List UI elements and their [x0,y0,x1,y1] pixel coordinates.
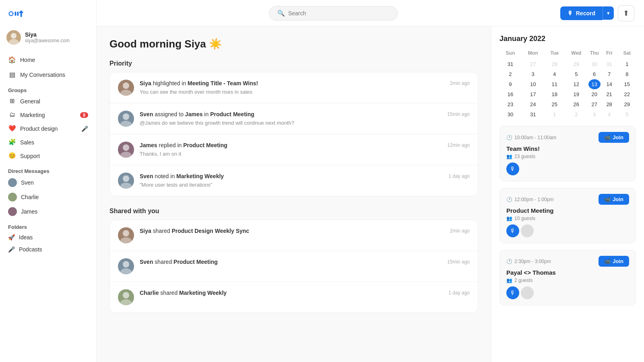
sidebar-item-my-conversations[interactable]: ▤ My Conversations [3,68,93,82]
cal-day-mon: Mon [521,49,545,59]
svg-point-12 [123,144,129,151]
cal-cell-4-0[interactable]: 23 [500,99,521,109]
topbar: 🔍 🎙 Record ▾ ⬆ [97,0,644,27]
svg-point-14 [123,175,129,182]
cal-cell-0-3[interactable]: 29 [564,59,588,69]
cal-cell-4-5[interactable]: 28 [601,99,618,109]
cal-cell-4-6[interactable]: 29 [618,99,636,109]
cal-cell-5-0[interactable]: 30 [500,109,521,119]
event-2-title: Product Meeting [506,207,629,214]
cal-cell-5-3[interactable]: 2 [564,109,588,119]
sidebar-folder-ideas[interactable]: 🚀 Ideas [3,232,93,243]
priority-item-3[interactable]: James replied in Product Meeting Thanks,… [110,134,478,165]
cal-cell-3-0[interactable]: 16 [500,89,521,99]
cal-cell-2-3[interactable]: 12 [564,79,588,89]
priority-item-1[interactable]: Siya highlighted in Meeting Title - Team… [110,72,478,103]
user-profile[interactable]: Siya siya@awesome.com [0,27,96,51]
priority-2-title: Sven assigned to James in Product Meetin… [140,111,442,119]
cal-cell-2-0[interactable]: 9 [500,79,521,89]
cal-cell-0-5[interactable]: 31 [601,59,618,69]
guests-icon-3: 👥 [506,278,512,283]
cal-cell-5-2[interactable]: 1 [545,109,564,119]
cal-cell-0-0[interactable]: 31 [500,59,521,69]
record-chevron-button[interactable]: ▾ [603,6,614,20]
cal-cell-2-2[interactable]: 11 [545,79,564,89]
cal-cell-1-2[interactable]: 4 [545,69,564,79]
upload-button[interactable]: ⬆ [618,5,634,21]
dm-james-label: James [21,208,37,215]
cal-cell-0-6[interactable]: 1 [618,59,636,69]
cal-cell-2-4[interactable]: 13 [588,79,601,89]
cal-cell-1-6[interactable]: 8 [618,69,636,79]
cal-cell-0-2[interactable]: 28 [545,59,564,69]
priority-4-title: Sven noted in Marketing Weekly [140,173,443,181]
shared-1-title: Siya shared Product Design Weekly Sync [140,227,444,235]
shared-item-3[interactable]: Charlie shared Marketing Weekly 1 day ag… [110,282,478,313]
support-icon: 😊 [8,152,16,160]
sidebar-dm-james[interactable]: James [3,205,93,218]
svg-point-7 [9,39,19,45]
sidebar-item-support[interactable]: 😊 Support [3,150,93,162]
cal-cell-5-5[interactable]: 4 [601,109,618,119]
shared-3-time: 1 day ago [448,289,470,296]
cal-cell-4-2[interactable]: 25 [545,99,564,109]
shared-section-title: Shared with you [109,208,478,215]
event-2-join-button[interactable]: 📹 Join [599,194,629,205]
sidebar-item-marketing[interactable]: 🗂 Marketing 8 [3,109,93,121]
sidebar-folder-podcasts[interactable]: 🎤 Podcasts [3,244,93,255]
priority-list: Siya highlighted in Meeting Title - Team… [109,72,478,196]
cal-cell-1-3[interactable]: 5 [564,69,588,79]
cal-cell-3-1[interactable]: 17 [521,89,545,99]
nav-conversations-label: My Conversations [20,72,65,78]
record-button[interactable]: 🎙 Record [560,6,603,20]
main-content: Good morning Siya ☀️ Priority Siya highl… [97,27,491,362]
cal-cell-3-2[interactable]: 18 [545,89,564,99]
shared-item-2[interactable]: Sven shared Product Meeting 15min ago [110,251,478,282]
cal-cell-3-6[interactable]: 22 [618,89,636,99]
nav-home-label: Home [20,57,35,63]
priority-item-4[interactable]: Sven noted in Marketing Weekly "More use… [110,165,478,196]
search-input[interactable] [288,10,389,16]
priority-item-2[interactable]: Sven assigned to James in Product Meetin… [110,103,478,134]
marketing-icon: 🗂 [8,111,16,119]
sidebar-item-general[interactable]: ⊞ General [3,95,93,108]
cal-cell-1-5[interactable]: 7 [601,69,618,79]
cal-cell-5-6[interactable]: 5 [618,109,636,119]
cal-cell-2-1[interactable]: 10 [521,79,545,89]
cal-cell-4-4[interactable]: 27 [588,99,601,109]
sidebar-dm-sven[interactable]: Sven [3,176,93,189]
group-marketing-label: Marketing [20,112,45,118]
event-1-join-button[interactable]: 📹 Join [599,132,629,143]
cal-cell-1-0[interactable]: 2 [500,69,521,79]
search-bar[interactable]: 🔍 [269,6,398,21]
svg-point-13 [120,152,132,158]
sidebar-dm-charlie[interactable]: Charlie [3,190,93,204]
shared-item-1[interactable]: Siya shared Product Design Weekly Sync 2… [110,220,478,251]
cal-cell-3-5[interactable]: 21 [601,89,618,99]
event-1-time: 🕐 10:00am - 11:00am [506,135,556,140]
sidebar-item-home[interactable]: 🏠 Home [3,53,93,67]
cal-cell-2-6[interactable]: 15 [618,79,636,89]
cal-cell-3-4[interactable]: 20 [588,89,601,99]
cal-cell-0-4[interactable]: 30 [588,59,601,69]
cal-cell-1-4[interactable]: 6 [588,69,601,79]
sidebar-item-sales[interactable]: 🧩 Sales [3,136,93,149]
cal-cell-2-5[interactable]: 14 [601,79,618,89]
cal-cell-4-1[interactable]: 24 [521,99,545,109]
cal-cell-1-1[interactable]: 3 [521,69,545,79]
priority-1-subtitle: You can see the month over month rises i… [140,89,444,95]
podcasts-icon: 🎤 [8,246,15,253]
cal-cell-5-4[interactable]: 3 [588,109,601,119]
priority-section-title: Priority [109,60,478,67]
cal-cell-5-1[interactable]: 31 [521,109,545,119]
cal-cell-0-1[interactable]: 27 [521,59,545,69]
cal-cell-3-3[interactable]: 19 [564,89,588,99]
svg-point-21 [120,299,132,305]
svg-point-11 [120,121,132,127]
event-3-join-button[interactable]: 📹 Join [599,256,629,267]
dm-sven-avatar [8,178,17,187]
user-email: siya@awesome.com [25,38,70,43]
priority-3-avatar [118,142,134,158]
cal-cell-4-3[interactable]: 26 [564,99,588,109]
sidebar-item-product-design[interactable]: ❤️ Product design 🎤 [3,122,93,135]
